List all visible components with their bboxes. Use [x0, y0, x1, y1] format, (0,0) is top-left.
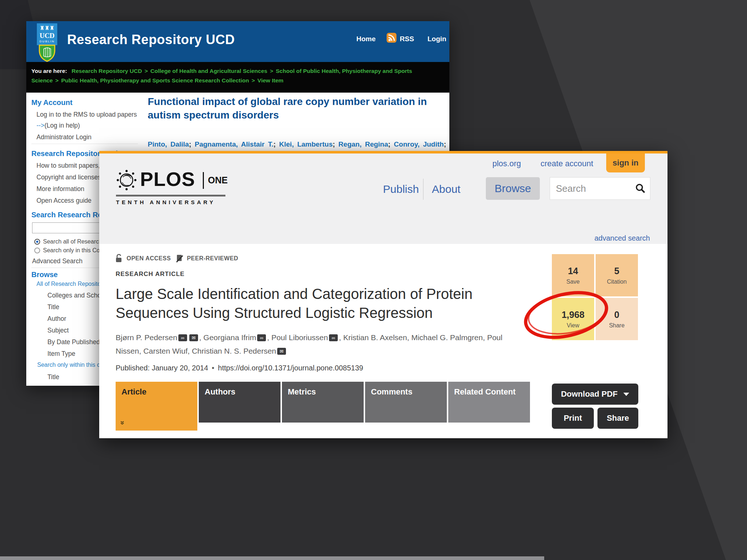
sidebar-item-author[interactable]: Author	[47, 315, 66, 323]
doi-link[interactable]: https://doi.org/10.1371/journal.pone.008…	[218, 364, 363, 372]
radio-selected-icon[interactable]	[34, 239, 40, 245]
sidebar-item-rms-login[interactable]: Log in to the RMS to upload papers	[36, 111, 137, 118]
sidebar-item-all-repository[interactable]: All of Research Repository	[36, 281, 105, 287]
plos-logo-text: PLOS	[140, 168, 195, 190]
radio-search-collection[interactable]: Search only in this Coll	[34, 247, 102, 254]
metric-share[interactable]: 0 Share	[596, 298, 638, 340]
plos-logo-icon	[116, 168, 137, 191]
metric-citation-label: Citation	[607, 279, 627, 285]
sidebar-item-advanced-search[interactable]: Advanced Search	[32, 257, 82, 265]
ucd-nav-home[interactable]: Home	[356, 35, 376, 43]
anniversary-text: TENTH ANNIVERSARY	[116, 199, 216, 205]
author-name[interactable]: Poul Liboriussen	[271, 333, 328, 342]
sidebar-item-by-date[interactable]: By Date Published	[47, 338, 100, 346]
breadcrumb-link-collection[interactable]: Public Health, Physiotherapy and Sports …	[61, 77, 249, 83]
share-button[interactable]: Share	[597, 408, 638, 429]
tab-article[interactable]: Article »	[116, 382, 197, 431]
breadcrumb-link-college[interactable]: College of Health and Agricultural Scien…	[150, 68, 267, 74]
ucd-nav-login[interactable]: Login	[427, 35, 446, 43]
author-link[interactable]: Klei, Lambertus	[279, 140, 333, 148]
author-link[interactable]: Regan, Regina	[338, 140, 388, 148]
rss-icon[interactable]	[387, 33, 396, 43]
breadcrumb-separator: >	[252, 77, 255, 83]
breadcrumb-link-repository[interactable]: Research Repository UCD	[71, 68, 142, 74]
equal-contribution-icon[interactable]: ∞	[329, 334, 338, 341]
background-bottom-strip	[0, 556, 544, 560]
advanced-search-link[interactable]: advanced search	[595, 234, 650, 242]
sidebar-heading-my-account: My Account	[31, 98, 73, 107]
sidebar-item-title-2[interactable]: Title	[47, 373, 59, 381]
breadcrumb-separator: >	[270, 68, 273, 74]
plos-accent-border	[99, 151, 667, 153]
author-name[interactable]: Carsten Wiuf	[143, 347, 187, 355]
metric-share-label: Share	[609, 322, 625, 329]
author-link[interactable]: Conroy, Judith	[394, 140, 444, 148]
sidebar-item-copyright[interactable]: Copyright and licenses	[36, 174, 101, 181]
ucd-nav-rss[interactable]: RSS	[400, 35, 414, 43]
sidebar-item-login-help[interactable]: -->(Log in help)	[36, 122, 80, 129]
sidebar-item-admin-login[interactable]: Administrator Login	[36, 133, 92, 141]
create-account-link[interactable]: create account	[541, 159, 593, 168]
metric-share-value: 0	[614, 310, 619, 320]
nav-browse-button[interactable]: Browse	[486, 177, 540, 200]
logo-underline	[116, 195, 225, 197]
author-name[interactable]: Georgiana Ifrim	[204, 333, 256, 342]
breadcrumb-prefix: You are here:	[31, 68, 67, 74]
tab-related-content[interactable]: Related Content	[448, 382, 530, 423]
open-lock-icon	[116, 254, 123, 263]
peer-reviewed-label: PEER-REVIEWED	[187, 255, 238, 262]
metric-save[interactable]: 14 Save	[552, 254, 594, 296]
metric-citation[interactable]: 5 Citation	[596, 254, 638, 296]
radio-unselected-icon[interactable]	[34, 248, 40, 253]
email-author-icon[interactable]: ✉	[189, 334, 198, 341]
ucd-article-title: Functional impact of global rare copy nu…	[148, 95, 447, 122]
nav-separator	[423, 179, 423, 200]
tab-metrics[interactable]: Metrics	[282, 382, 364, 423]
breadcrumb-separator: >	[55, 77, 59, 83]
plos-article-authors: Bjørn P. Pedersen∞✉, Georgiana Ifrim∞, P…	[116, 331, 519, 358]
breadcrumb-link-view-item[interactable]: View Item	[258, 77, 283, 83]
search-icon[interactable]	[635, 183, 646, 194]
metric-view[interactable]: 1,968 View	[552, 298, 594, 340]
author-name[interactable]: Michael G. Palmgren	[411, 333, 483, 342]
plos-window: plos.org create account sign in PLOS ONE…	[99, 151, 667, 438]
tab-authors[interactable]: Authors	[199, 382, 280, 423]
nav-about[interactable]: About	[432, 183, 460, 195]
print-button[interactable]: Print	[552, 408, 594, 429]
sidebar-item-title[interactable]: Title	[47, 303, 59, 311]
email-author-icon[interactable]: ✉	[277, 348, 286, 355]
svg-text:♜♜♜: ♜♜♜	[40, 25, 54, 31]
sidebar-item-subject[interactable]: Subject	[47, 327, 69, 334]
published-date: Published: January 20, 2014	[116, 364, 208, 372]
metric-save-label: Save	[566, 279, 580, 285]
download-pdf-button[interactable]: Download PDF	[552, 384, 638, 405]
equal-contribution-icon[interactable]: ∞	[257, 334, 266, 341]
sign-in-button[interactable]: sign in	[606, 153, 645, 172]
author-name[interactable]: Kristian B. Axelsen	[343, 333, 407, 342]
peer-reviewed-icon	[176, 254, 183, 262]
plos-org-link[interactable]: plos.org	[492, 159, 521, 168]
logo-divider	[203, 172, 204, 189]
plos-journal-name: ONE	[208, 175, 228, 186]
ucd-logo: ♜♜♜ UCD DUBLIN	[35, 23, 59, 62]
metrics-grid: 14 Save 5 Citation 1,968 View 0 Share	[552, 254, 638, 340]
tab-comments[interactable]: Comments	[365, 382, 447, 423]
dropdown-arrow-icon	[623, 393, 629, 396]
presentation-slide: ♜♜♜ UCD DUBLIN Research Repository UCD H…	[0, 0, 747, 560]
article-type-label: RESEARCH ARTICLE	[116, 271, 185, 278]
radio-search-all[interactable]: Search all of Research	[34, 238, 102, 245]
equal-contribution-icon[interactable]: ∞	[178, 334, 187, 341]
sidebar-item-open-access-guide[interactable]: Open Access guide	[36, 197, 92, 205]
metric-citation-value: 5	[614, 266, 619, 276]
sidebar-item-more-info[interactable]: More information	[36, 185, 84, 193]
ucd-site-title: Research Repository UCD	[67, 32, 235, 47]
sidebar-item-item-type[interactable]: Item Type	[47, 350, 76, 358]
ucd-header: ♜♜♜ UCD DUBLIN Research Repository UCD H…	[26, 21, 449, 62]
nav-publish[interactable]: Publish	[383, 183, 419, 195]
author-link[interactable]: Pinto, Dalila	[148, 140, 189, 148]
author-link[interactable]: Pagnamenta, Alistair T.	[195, 140, 274, 148]
author-name[interactable]: Bjørn P. Pedersen	[116, 333, 177, 342]
author-name[interactable]: Christian N. S. Pedersen	[192, 347, 276, 355]
search-input[interactable]	[550, 178, 650, 199]
sidebar-heading-browse: Browse	[31, 271, 58, 279]
